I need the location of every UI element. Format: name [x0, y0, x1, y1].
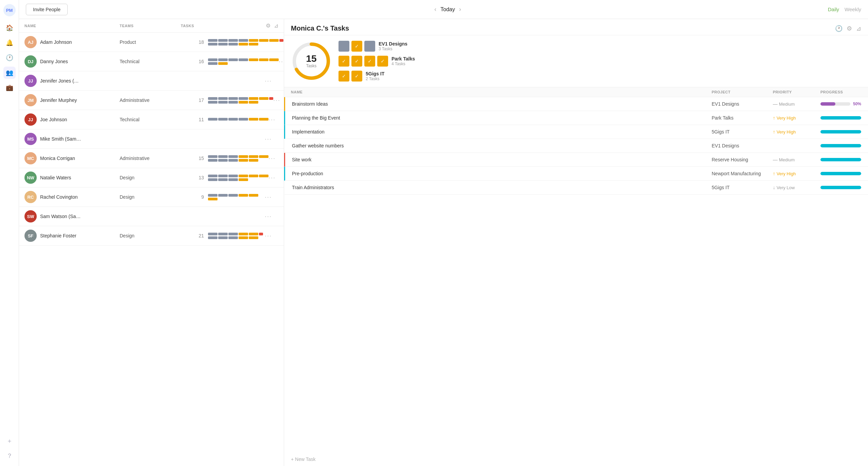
weekly-view-button[interactable]: Weekly — [845, 6, 861, 12]
progress-bar — [820, 172, 861, 175]
more-options-button[interactable]: ··· — [268, 155, 282, 162]
more-options-button[interactable]: ··· — [265, 136, 278, 143]
person-name: Danny Jones — [40, 59, 68, 64]
more-options-button[interactable]: ··· — [283, 39, 284, 46]
next-date-button[interactable]: › — [459, 6, 461, 13]
check-box[interactable]: ✓ — [351, 56, 362, 67]
task-row[interactable]: Brainstorm IdeasEV1 Designs—Medium50% — [284, 97, 868, 111]
task-row[interactable]: Planning the Big EventPark Talks↑Very Hi… — [284, 111, 868, 125]
task-row[interactable]: Gather website numbersEV1 Designs — [284, 139, 868, 153]
task-count: 9 — [181, 194, 208, 200]
people-list: AJAdam JohnsonProduct18···DJDanny JonesT… — [19, 33, 284, 466]
more-options-button[interactable]: ··· — [265, 232, 278, 239]
task-table-header: NAME PROJECT PRIORITY PROGRESS — [284, 87, 868, 97]
task-project: EV1 Designs — [712, 143, 773, 148]
priority-badge: —Medium — [773, 101, 820, 107]
check-box[interactable]: ✓ — [338, 56, 349, 67]
table-row[interactable]: SFStephanie FosterDesign21··· — [19, 226, 284, 246]
person-name: Joe Johnson — [40, 117, 67, 122]
task-row[interactable]: Train Administrators5Gigs IT↓Very Low — [284, 181, 868, 195]
task-bars — [208, 233, 265, 239]
donut-chart: 15 Tasks — [291, 41, 332, 82]
col-tasks-header: TASKS — [181, 24, 208, 28]
task-bars — [208, 97, 273, 104]
prev-date-button[interactable]: ‹ — [434, 6, 436, 13]
task-row[interactable]: Pre-productionNewport Manufacturing↑Very… — [284, 167, 868, 181]
app-logo[interactable]: PM — [3, 4, 16, 16]
more-options-button[interactable]: ··· — [268, 116, 282, 123]
person-name: Monica Corrigan — [40, 156, 75, 161]
more-options-button[interactable]: ··· — [273, 97, 284, 104]
check-box[interactable]: ✓ — [338, 71, 349, 82]
nav-notifications-icon[interactable]: 🔔 — [3, 37, 16, 49]
task-bars — [208, 155, 268, 162]
more-options-button[interactable]: ··· — [265, 194, 278, 201]
priority-badge: —Medium — [773, 157, 820, 162]
filter-sliders-icon[interactable]: ⚙ — [266, 22, 271, 29]
priority-label: Very Low — [777, 185, 795, 190]
project-checks: ✓✓✓✓ — [338, 56, 388, 67]
table-row[interactable]: AJAdam JohnsonProduct18··· — [19, 33, 284, 52]
task-project: Park Talks — [712, 115, 773, 121]
task-name: Site work — [292, 157, 712, 162]
table-row[interactable]: SWSam Watson (Sa…··· — [19, 207, 284, 226]
nav-help-icon[interactable]: ？ — [3, 450, 16, 462]
detail-clock-icon[interactable]: 🕐 — [835, 25, 843, 32]
content-area: NAME TEAMS TASKS ⚙ ⊿ AJAdam JohnsonProdu… — [19, 19, 868, 466]
task-project: Reserve Housing — [712, 157, 773, 162]
task-name: Train Administrators — [292, 185, 712, 190]
check-box[interactable]: ✓ — [351, 71, 362, 82]
new-task-button[interactable]: + New Task — [284, 452, 868, 466]
task-project: Newport Manufacturing — [712, 171, 773, 176]
table-row[interactable]: MSMike Smith (Sam…··· — [19, 129, 284, 149]
avatar: SW — [24, 210, 37, 222]
task-name: Gather website numbers — [292, 143, 712, 148]
task-row[interactable]: Implementation5Gigs IT↑Very High — [284, 125, 868, 139]
nav-home-icon[interactable]: 🏠 — [3, 22, 16, 34]
more-options-button[interactable]: ··· — [279, 58, 284, 65]
check-box[interactable]: ✓ — [364, 56, 375, 67]
priority-label: Medium — [779, 102, 795, 107]
nav-time-icon[interactable]: 🕐 — [3, 52, 16, 64]
table-row[interactable]: MCMonica CorriganAdministrative15··· — [19, 149, 284, 168]
nav-briefcase-icon[interactable]: 💼 — [3, 82, 16, 94]
top-header: Invite People ‹ Today › Daily Weekly — [19, 0, 868, 19]
person-name: Jennifer Jones (… — [40, 78, 79, 84]
detail-funnel-icon[interactable]: ⊿ — [856, 25, 861, 32]
daily-view-button[interactable]: Daily — [828, 6, 839, 12]
nav-add-icon[interactable]: ＋ — [3, 435, 16, 447]
avatar: MC — [24, 152, 37, 164]
task-row[interactable]: Site workReserve Housing—Medium — [284, 153, 868, 167]
filter-funnel-icon[interactable]: ⊿ — [274, 22, 278, 29]
table-row[interactable]: JJJennifer Jones (…··· — [19, 71, 284, 91]
table-row[interactable]: DJDanny JonesTechnical16··· — [19, 52, 284, 71]
person-name: Adam Johnson — [40, 39, 72, 45]
priority-badge: ↑Very High — [773, 115, 820, 121]
more-options-button[interactable]: ··· — [265, 77, 278, 85]
nav-people-icon[interactable]: 👥 — [3, 67, 16, 79]
check-box[interactable]: ✓ — [377, 56, 388, 67]
invite-people-button[interactable]: Invite People — [26, 4, 68, 15]
task-count: 11 — [181, 117, 208, 122]
person-name: Mike Smith (Sam… — [40, 136, 81, 142]
check-box[interactable] — [338, 41, 349, 52]
table-row[interactable]: RCRachel CovingtonDesign9··· — [19, 187, 284, 207]
table-row[interactable]: JMJennifer MurpheyAdministrative17··· — [19, 91, 284, 110]
check-box[interactable]: ✓ — [351, 41, 362, 52]
detail-filter-icon[interactable]: ⚙ — [847, 25, 852, 32]
project-task-count: 4 Tasks — [392, 61, 415, 66]
avatar: DJ — [24, 55, 37, 68]
project-task-count: 2 Tasks — [366, 76, 384, 81]
project-checks: ✓ — [338, 41, 375, 52]
task-name: Brainstorm Ideas — [292, 101, 712, 107]
task-list: Brainstorm IdeasEV1 Designs—Medium50%Pla… — [284, 97, 868, 452]
more-options-button[interactable]: ··· — [265, 213, 278, 220]
person-name: Stephanie Foster — [40, 233, 76, 238]
task-name: Implementation — [292, 129, 712, 135]
check-box[interactable] — [364, 41, 375, 52]
table-row[interactable]: NWNatalie WatersDesign13··· — [19, 168, 284, 187]
task-count: 18 — [181, 39, 208, 45]
more-options-button[interactable]: ··· — [268, 174, 282, 181]
avatar: NW — [24, 172, 37, 184]
table-row[interactable]: JJJoe JohnsonTechnical11··· — [19, 110, 284, 129]
